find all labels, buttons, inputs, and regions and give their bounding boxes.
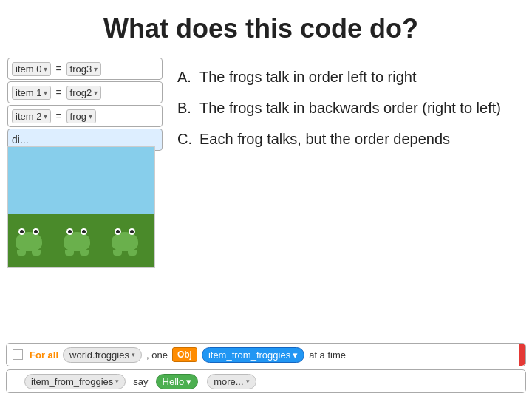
item-arrow-2: ▾: [115, 378, 119, 385]
value-arrow-0: ▾: [94, 65, 98, 73]
more-pill[interactable]: more... ▾: [207, 374, 256, 389]
for-all-label: For all: [30, 349, 58, 361]
frog-scene-container: [7, 146, 155, 268]
value-label-1[interactable]: frog2 ▾: [66, 86, 102, 100]
answer-c: C. Each frog talks, but the order depend…: [177, 129, 525, 149]
equals-1: =: [55, 86, 61, 98]
answer-a-text: The frogs talk in order left to right: [200, 66, 525, 87]
bottom-row-2: item_from_froggies ▾ say Hello ▾ more...…: [6, 369, 526, 393]
answer-b-text: The frogs talk in backwards order (right…: [200, 98, 525, 118]
answer-a: A. The frogs talk in order left to right: [177, 66, 525, 87]
scratch-block-2: item 2 ▾ = frog ▾: [7, 105, 163, 127]
answer-b-letter: B.: [177, 98, 195, 118]
page: What does this code do? item 0 ▾ = frog3…: [0, 0, 532, 399]
scratch-block-0: item 0 ▾ = frog3 ▾: [7, 58, 163, 80]
answers-panel: A. The frogs talk in order left to right…: [177, 66, 525, 160]
bottom-row-1: For all world.froggies ▾ , one Obj item_…: [6, 343, 526, 366]
item-label-2[interactable]: item 2 ▾: [12, 109, 51, 123]
answer-c-letter: C.: [177, 129, 195, 149]
world-froggies-pill[interactable]: world.froggies ▾: [63, 347, 142, 363]
item-from-froggies-pill-2[interactable]: item_from_froggies ▾: [24, 374, 126, 389]
say-label: say: [133, 376, 148, 387]
equals-2: =: [55, 110, 61, 122]
frog-scene: [7, 146, 155, 268]
frog-1: [16, 232, 42, 251]
scratch-block-1: item 1 ▾ = frog2 ▾: [7, 81, 163, 103]
answer-b: B. The frogs talk in backwards order (ri…: [177, 98, 525, 118]
for-all-checkbox[interactable]: [13, 349, 23, 360]
value-label-2[interactable]: frog ▾: [66, 109, 96, 123]
frog-3: [112, 232, 138, 251]
item-arrow-1: ▾: [293, 349, 298, 361]
item-label-0[interactable]: item 0 ▾: [12, 62, 51, 76]
at-a-time-text: at a time: [309, 349, 346, 361]
dropdown-arrow-2: ▾: [44, 112, 47, 120]
value-label-0[interactable]: frog3 ▾: [66, 62, 102, 76]
answer-c-text: Each frog talks, but the order depends: [200, 129, 525, 149]
dropdown-arrow-1: ▾: [44, 89, 47, 97]
value-arrow-2: ▾: [89, 112, 92, 120]
hello-arrow: ▾: [186, 376, 191, 387]
item-label-1[interactable]: item 1 ▾: [12, 86, 51, 100]
more-arrow: ▾: [246, 378, 250, 385]
obj-label: Obj: [172, 347, 197, 362]
bottom-bar: For all world.froggies ▾ , one Obj item_…: [6, 343, 526, 393]
page-title: What does this code do?: [103, 13, 418, 44]
hello-pill[interactable]: Hello ▾: [156, 374, 199, 389]
answer-a-letter: A.: [177, 66, 195, 87]
frog-2: [64, 232, 90, 251]
dropdown-arrow-0: ▾: [44, 65, 47, 73]
equals-0: =: [55, 63, 61, 75]
world-froggies-arrow: ▾: [132, 351, 135, 358]
right-accent-bar: [519, 344, 525, 366]
item-from-froggies-pill-1[interactable]: item_from_froggies ▾: [202, 347, 304, 363]
value-arrow-1: ▾: [94, 89, 98, 97]
scratch-blocks-panel: item 0 ▾ = frog3 ▾ item 1 ▾ = frog2 ▾: [7, 58, 163, 152]
comma-one-text: , one: [146, 349, 168, 361]
